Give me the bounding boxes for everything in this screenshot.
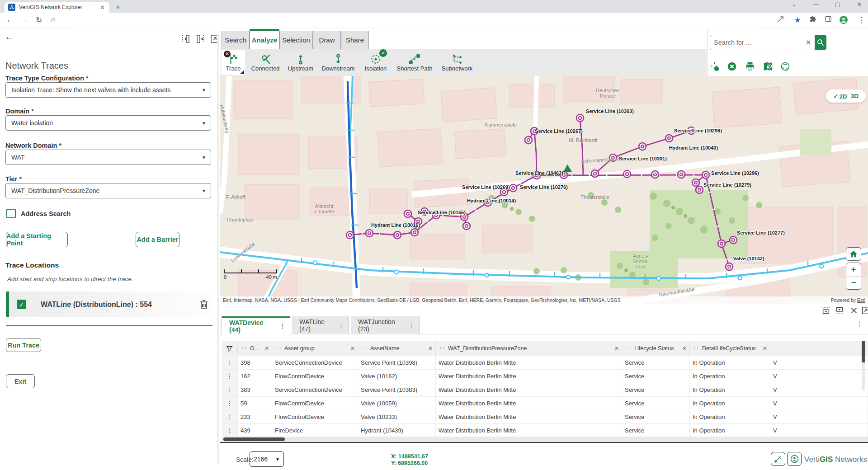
dock-bottom-icon[interactable]	[835, 306, 844, 315]
trace-location-checkbox[interactable]: ✓	[17, 300, 26, 309]
panel-scrollbar[interactable]	[217, 34, 219, 464]
extensions-icon[interactable]	[809, 15, 820, 23]
back-icon[interactable]: ←	[5, 15, 15, 24]
ribbon-tool[interactable]: ✕✓ Trace	[222, 50, 245, 75]
browser-tab[interactable]: VertiGIS Network Explorer ✕	[5, 2, 109, 13]
window-menu-icon[interactable]: ⌄	[787, 1, 802, 8]
ribbon-tool[interactable]: ✕✓ Subnetwork	[437, 50, 477, 75]
run-trace-button[interactable]: Run Trace	[6, 338, 41, 352]
zoom-in-button[interactable]: +	[846, 263, 861, 277]
map-view[interactable]: Service Line (10303)Service Line (10267)…	[220, 76, 868, 304]
dock-panel-right-icon[interactable]	[195, 34, 205, 44]
window-maximize-icon[interactable]: ▢	[830, 1, 845, 8]
drag-handle-icon[interactable]: ⋮⋮	[275, 346, 281, 351]
search-clear-icon[interactable]: ✕	[802, 38, 815, 47]
domain-dropdown[interactable]: Water isolation▼	[5, 115, 211, 131]
row-kebab-icon[interactable]: ⋮	[222, 410, 238, 424]
ribbon-tab[interactable]: Search	[222, 31, 250, 49]
grid-horizontal-scrollbar[interactable]	[222, 437, 868, 442]
delete-trash-icon[interactable]	[200, 300, 208, 309]
grid-vertical-scrollbar[interactable]	[862, 341, 865, 390]
remove-column-icon[interactable]: ✕	[264, 345, 269, 352]
row-kebab-icon[interactable]: ⋮	[222, 370, 238, 383]
table-row[interactable]: ⋮ 233 FlowControlDevice Valve (10233) Wa…	[222, 410, 868, 424]
new-tab-button[interactable]: +	[116, 3, 120, 12]
window-minimize-icon[interactable]: —	[808, 1, 824, 8]
network-domain-dropdown[interactable]: WAT▼	[5, 150, 211, 165]
ribbon-tool[interactable]: ✕✓ Upstream	[284, 50, 317, 75]
results-options-kebab-icon[interactable]: ⋮	[856, 321, 863, 328]
row-kebab-icon[interactable]: ⋮	[222, 397, 238, 410]
map-action-icon[interactable]: i	[710, 61, 720, 71]
map-action-icon[interactable]	[727, 61, 737, 71]
search-button[interactable]	[815, 35, 826, 50]
tab-close-icon[interactable]: ✕	[99, 4, 106, 11]
home-icon[interactable]: ⌂	[48, 15, 59, 24]
remove-column-icon[interactable]: ✕	[763, 345, 767, 352]
map-search-box[interactable]: ✕	[710, 35, 826, 50]
toggle-3d[interactable]: 3D	[851, 93, 859, 99]
results-tab[interactable]: WATDevice (44) ⋮	[222, 316, 290, 334]
window-close-icon[interactable]: ✕	[852, 1, 867, 8]
column-header[interactable]: ⋮⋮ DetailLifeCycleStatus ✕	[690, 341, 770, 356]
browser-menu-kebab-icon[interactable]: ⋮	[856, 15, 867, 25]
dock-panel-left-icon[interactable]	[181, 34, 191, 44]
tab-kebab-icon[interactable]: ⋮	[279, 323, 285, 329]
remove-column-icon[interactable]: ✕	[350, 345, 355, 352]
reload-icon[interactable]: ↻	[33, 15, 44, 25]
remove-column-icon[interactable]: ✕	[682, 345, 687, 352]
forward-icon[interactable]: →	[19, 15, 30, 24]
row-kebab-icon[interactable]: ⋮	[222, 383, 238, 397]
results-tab[interactable]: WATLine (47) ⋮	[292, 316, 349, 334]
table-row[interactable]: ⋮ 398 ServiceConnectionDevice Service Po…	[222, 356, 868, 370]
add-starting-point-button[interactable]: Add a Starting Point	[6, 232, 68, 247]
table-row[interactable]: ⋮ 162 FlowControlDevice Valve (10162) Wa…	[222, 370, 868, 383]
remove-column-icon[interactable]: ✕	[428, 345, 433, 352]
ribbon-tab[interactable]: Analyze	[250, 29, 279, 49]
drag-handle-icon[interactable]: ⋮⋮	[361, 346, 367, 351]
map-action-icon[interactable]	[763, 61, 773, 71]
column-header[interactable]: ⋮⋮ AssetName ✕	[358, 341, 436, 356]
dock-top-icon[interactable]	[821, 306, 830, 315]
ribbon-tool[interactable]: ✕✓ Downstream	[317, 50, 359, 75]
ribbon-tool[interactable]: ✕✓ Shortest Path	[392, 50, 437, 75]
panel-back-icon[interactable]: ←	[5, 32, 14, 42]
view-2d-3d-toggle[interactable]: ✓2D 3D	[826, 89, 866, 103]
drag-handle-icon[interactable]: ⋮⋮	[693, 346, 699, 351]
trace-location-item[interactable]: ✓ WATLine (DistributionLine) : 554	[6, 291, 212, 317]
column-header[interactable]: ⋮⋮ O... ✕	[238, 341, 272, 356]
ribbon-tab[interactable]: Share	[341, 31, 369, 49]
map-action-icon[interactable]	[745, 61, 755, 71]
scale-dropdown[interactable]: 2166▼	[250, 451, 284, 467]
tab-kebab-icon[interactable]: ⋮	[338, 322, 344, 329]
ribbon-tool[interactable]: ✕✓ Isolation	[359, 50, 392, 75]
bookmark-star-icon[interactable]: ★	[792, 15, 803, 25]
map-action-icon[interactable]	[780, 61, 790, 71]
filter-header-cell[interactable]	[222, 341, 238, 356]
remove-column-icon[interactable]: ✕	[614, 345, 619, 352]
ribbon-tab[interactable]: Selection	[279, 31, 313, 49]
table-row[interactable]: ⋮ 439 FireDevice Hydrant (10439) Water D…	[222, 424, 868, 437]
drag-handle-icon[interactable]: ⋮⋮	[439, 346, 445, 351]
trace-type-dropdown[interactable]: Isolation Trace: Show the next valves wi…	[5, 82, 211, 98]
address-search-checkbox[interactable]	[6, 209, 16, 218]
tools-button[interactable]	[771, 452, 785, 466]
tab-kebab-icon[interactable]: ⋮	[409, 322, 415, 329]
powered-by-esri[interactable]: Powered by Esri	[831, 297, 865, 303]
close-results-icon[interactable]	[849, 306, 859, 315]
map-home-button[interactable]	[846, 247, 861, 261]
side-panel-icon[interactable]	[825, 15, 835, 23]
ribbon-tool[interactable]: ✕✓ Connected	[247, 50, 284, 75]
zoom-out-button[interactable]: −	[846, 277, 861, 290]
profile-avatar[interactable]	[839, 15, 850, 24]
column-header[interactable]: ⋮⋮ Asset group ✕	[272, 341, 358, 356]
drag-handle-icon[interactable]: ⋮⋮	[241, 346, 247, 351]
open-results-window-icon[interactable]	[861, 306, 868, 315]
search-input[interactable]	[710, 39, 802, 46]
add-barrier-button[interactable]: Add a Barrier	[136, 232, 179, 247]
row-kebab-icon[interactable]: ⋮	[222, 356, 238, 370]
table-row[interactable]: ⋮ 59 FlowControlDevice Valve (10059) Wat…	[222, 397, 868, 410]
results-tab[interactable]: WATJunction (23) ⋮	[351, 316, 420, 334]
column-header[interactable]: ⋮⋮ Lifecycle Status ✕	[622, 341, 690, 356]
row-kebab-icon[interactable]: ⋮	[222, 424, 238, 437]
